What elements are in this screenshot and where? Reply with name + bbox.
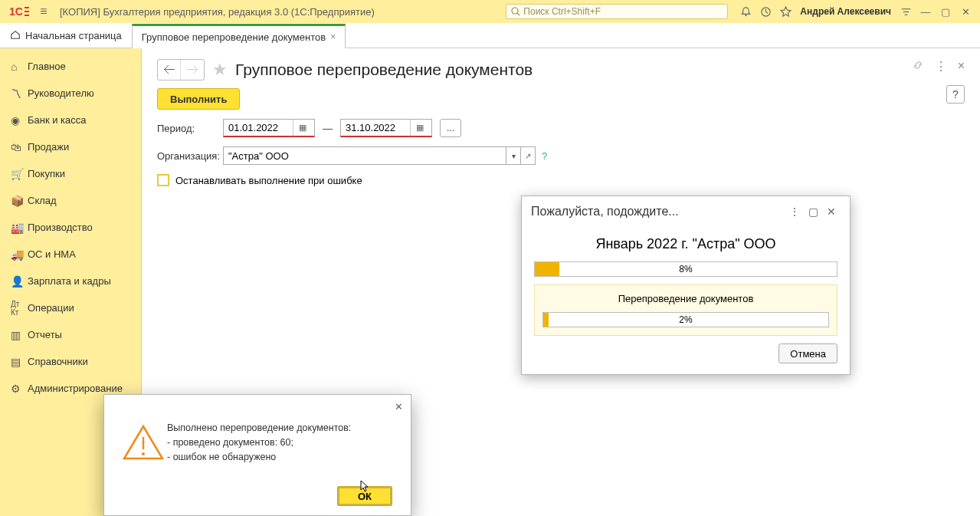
tab-close-icon[interactable]: × xyxy=(330,31,336,42)
sidebar-item-reports[interactable]: ▥Отчеты xyxy=(0,321,141,348)
sidebar-item-label: Производство xyxy=(28,222,93,233)
alert-dialog: ✕ Выполнено перепроведение документов: -… xyxy=(103,394,411,516)
bag-icon: 🛍 xyxy=(11,141,28,153)
book-icon: ▤ xyxy=(11,356,28,368)
date-to-field[interactable]: ▦ xyxy=(340,119,432,137)
star-icon[interactable] xyxy=(775,2,795,21)
titlebar: 1С ≡ [КОПИЯ] Бухгалтерия предприятия, ре… xyxy=(0,0,980,23)
sidebar-item-label: Руководителю xyxy=(28,87,94,99)
dialog-more-icon[interactable]: ⋮ xyxy=(785,205,804,218)
sidebar-item-sales[interactable]: 🛍Продажи xyxy=(0,133,141,160)
date-to-input[interactable] xyxy=(341,120,410,136)
org-dropdown-icon[interactable]: ▾ xyxy=(506,146,521,165)
execute-button[interactable]: Выполнить xyxy=(157,88,240,110)
stop-on-error-label: Останавливать выполнение при ошибке xyxy=(175,175,362,186)
tab-home[interactable]: Начальная страница xyxy=(0,23,132,48)
nav-back-icon[interactable]: 🡠 xyxy=(158,60,181,80)
period-select-button[interactable]: ... xyxy=(440,119,461,137)
maximize-icon[interactable]: ▢ xyxy=(936,2,955,21)
svg-point-12 xyxy=(142,452,145,455)
sidebar-item-operations[interactable]: ДтКтОперации xyxy=(0,294,141,321)
page-title: Групповое перепроведение документов xyxy=(235,61,533,79)
svg-line-5 xyxy=(517,13,519,15)
sidebar-item-label: Главное xyxy=(28,61,66,72)
sidebar-item-label: ОС и НМА xyxy=(28,248,76,260)
sidebar-item-main[interactable]: ⌂Главное xyxy=(0,53,141,80)
operations-icon: ДтКт xyxy=(11,300,28,317)
sidebar-item-label: Справочники xyxy=(28,356,88,367)
gear-icon: ⚙ xyxy=(11,383,28,395)
progress-bar-inner: 2% xyxy=(542,312,829,327)
dialog-close-icon[interactable]: ✕ xyxy=(822,205,841,218)
alert-line: Выполнено перепроведение документов: xyxy=(167,421,351,435)
history-icon[interactable] xyxy=(755,2,775,21)
nav-arrows: 🡠 🡢 xyxy=(157,59,205,81)
minimize-icon[interactable]: — xyxy=(916,2,936,21)
progress-subtitle: Январь 2022 г. "Астра" ООО xyxy=(534,236,837,252)
org-label: Организация: xyxy=(157,150,223,162)
calendar-icon[interactable]: ▦ xyxy=(293,120,311,136)
sidebar-item-assets[interactable]: 🚚ОС и НМА xyxy=(0,241,141,268)
nav-forward-icon[interactable]: 🡢 xyxy=(181,60,204,80)
search-icon xyxy=(511,7,520,16)
org-open-icon[interactable]: ↗ xyxy=(520,146,536,165)
tab-home-label: Начальная страница xyxy=(25,30,122,41)
period-label: Период: xyxy=(157,123,223,134)
user-name[interactable]: Андрей Алексеевич xyxy=(800,6,891,17)
sidebar-item-production[interactable]: 🏭Производство xyxy=(0,214,141,241)
alert-line: - проведено документов: 60; xyxy=(167,435,351,450)
ok-button[interactable]: ОК xyxy=(337,486,392,506)
favorite-star-icon[interactable]: ★ xyxy=(212,60,228,80)
org-input[interactable] xyxy=(224,150,506,162)
sidebar-item-bank[interactable]: ◉Банк и касса xyxy=(0,107,141,133)
factory-icon: 🏭 xyxy=(11,222,28,234)
person-icon: 👤 xyxy=(11,275,28,288)
date-from-field[interactable]: ▦ xyxy=(223,119,315,137)
sidebar-item-label: Отчеты xyxy=(28,329,62,340)
global-search[interactable]: Поиск Ctrl+Shift+F xyxy=(506,4,728,19)
coin-icon: ◉ xyxy=(11,114,28,127)
close-page-icon[interactable]: × xyxy=(958,59,965,74)
sidebar-item-purchases[interactable]: 🛒Покупки xyxy=(0,160,141,187)
progress-percent: 8% xyxy=(535,262,837,276)
settings-icon[interactable] xyxy=(896,2,916,21)
svg-point-6 xyxy=(745,15,746,16)
sidebar-item-label: Зарплата и кадры xyxy=(28,275,111,287)
stop-on-error-checkbox[interactable] xyxy=(157,174,169,186)
org-help-icon[interactable]: ? xyxy=(542,150,547,162)
sidebar-item-label: Банк и касса xyxy=(28,114,87,126)
help-button[interactable]: ? xyxy=(946,85,965,104)
tab-reposting[interactable]: Групповое перепроведение документов × xyxy=(132,24,346,48)
menu-toggle-icon[interactable]: ≡ xyxy=(35,5,52,18)
search-placeholder: Поиск Ctrl+Shift+F xyxy=(523,6,601,17)
alert-message: Выполнено перепроведение документов: - п… xyxy=(167,421,351,464)
progress-title: Пожалуйста, подождите... xyxy=(531,205,785,219)
sidebar-item-warehouse[interactable]: 📦Склад xyxy=(0,187,141,214)
bars-icon: ▥ xyxy=(11,329,28,341)
date-from-input[interactable] xyxy=(224,120,293,136)
alert-close-icon[interactable]: ✕ xyxy=(395,401,403,412)
sidebar-item-label: Склад xyxy=(28,195,57,206)
calendar-icon[interactable]: ▦ xyxy=(410,120,428,136)
dialog-maximize-icon[interactable]: ▢ xyxy=(804,205,822,218)
sidebar-item-manager[interactable]: 〽Руководителю xyxy=(0,80,141,107)
link-icon[interactable] xyxy=(912,59,924,74)
sidebar-item-catalogs[interactable]: ▤Справочники xyxy=(0,348,141,375)
org-field[interactable] xyxy=(223,146,506,165)
cancel-button[interactable]: Отмена xyxy=(778,343,837,363)
svg-rect-2 xyxy=(25,11,29,12)
truck-icon: 🚚 xyxy=(11,248,28,261)
progress-dialog: Пожалуйста, подождите... ⋮ ▢ ✕ Январь 20… xyxy=(521,196,851,375)
sidebar-item-label: Операции xyxy=(28,302,74,314)
svg-rect-3 xyxy=(25,15,29,16)
chart-icon: 〽 xyxy=(11,87,28,100)
alert-line: - ошибок не обнаружено xyxy=(167,450,351,465)
bell-icon[interactable] xyxy=(736,2,755,21)
sidebar-item-hr[interactable]: 👤Зарплата и кадры xyxy=(0,268,141,294)
period-dash: — xyxy=(323,123,333,134)
svg-text:1С: 1С xyxy=(9,5,23,18)
sidebar-item-label: Покупки xyxy=(28,168,65,179)
more-icon[interactable]: ⋮ xyxy=(935,59,947,74)
box-icon: 📦 xyxy=(11,195,28,207)
close-window-icon[interactable]: ✕ xyxy=(955,2,975,21)
